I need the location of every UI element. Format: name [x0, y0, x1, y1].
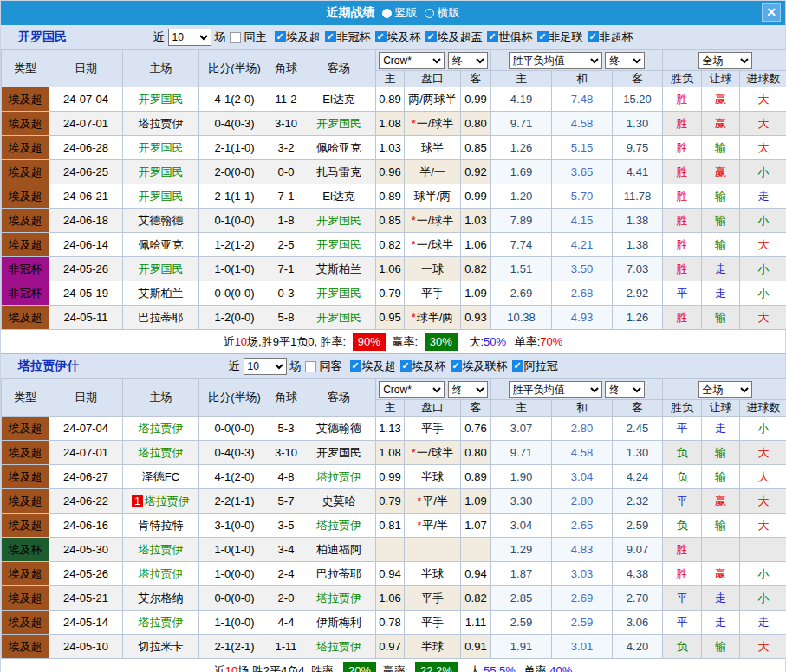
radio-selected-icon[interactable]: [382, 9, 392, 18]
avg-away-odds: 1.30: [613, 441, 663, 465]
goals-result: [740, 538, 786, 562]
checkbox-checked-icon[interactable]: [537, 31, 549, 42]
odds-company-select[interactable]: Crow*: [379, 381, 445, 398]
corner-count: 0-0: [270, 160, 302, 184]
avg-away-odds: 15.20: [613, 87, 663, 112]
league-filter[interactable]: 埃及超盃: [425, 29, 483, 45]
checkbox-checked-icon[interactable]: [451, 360, 462, 372]
col-score: 比分(半场): [199, 50, 270, 87]
col-date: 日期: [49, 379, 123, 417]
col-score: 比分(半场): [199, 379, 270, 417]
recent-count-select[interactable]: 10: [244, 358, 287, 375]
avg-draw-odds: 4.58: [552, 441, 613, 465]
corner-count: 3-10: [270, 441, 302, 465]
league-filter[interactable]: 阿拉冠: [512, 359, 558, 374]
avg-home-odds: 1.29: [491, 538, 552, 562]
star-icon: *: [412, 238, 416, 251]
goals-result: 大: [740, 635, 786, 659]
same-venue-checkbox[interactable]: [230, 32, 241, 43]
handicap: 半球: [405, 465, 461, 489]
league-label: 阿拉冠: [524, 359, 558, 374]
away-team: 塔拉贾伊: [302, 514, 376, 538]
layout-radio-vertical[interactable]: 竖版: [375, 5, 418, 21]
handicap-odds-home: 0.85: [376, 209, 405, 233]
league-filter[interactable]: 非足联: [537, 29, 583, 45]
handicap-result: 输: [702, 184, 740, 209]
handicap-odds-home: 1.13: [376, 417, 405, 441]
avg-time-select[interactable]: 终: [605, 52, 645, 69]
layout-radio-horizontal[interactable]: 横版: [418, 5, 460, 21]
match-result: 负: [663, 441, 702, 465]
match-result: 负: [663, 635, 702, 659]
home-team: 开罗国民: [123, 136, 199, 160]
handicap-result: 赢: [702, 160, 740, 184]
checkbox-checked-icon[interactable]: [325, 31, 336, 42]
avg-home-odds: 4.19: [491, 87, 552, 112]
recent-count-select[interactable]: 10: [168, 29, 211, 46]
score: 1-2(1-2): [199, 233, 270, 257]
odds-time-select[interactable]: 终: [448, 52, 488, 69]
league-filter[interactable]: 埃及联杯: [451, 359, 508, 374]
handicap-result: 走: [702, 586, 740, 611]
score: 1-0(0-0): [199, 562, 270, 586]
odds-company-select[interactable]: Crow*: [379, 52, 445, 69]
avg-away-odds: 1.30: [613, 112, 663, 136]
match-result: 平: [663, 417, 702, 441]
close-button[interactable]: ✕: [762, 3, 781, 22]
match-date: 24-06-28: [49, 136, 123, 160]
checkbox-checked-icon[interactable]: [487, 31, 498, 42]
avg-time-select[interactable]: 终: [605, 381, 645, 398]
checkbox-checked-icon[interactable]: [400, 360, 412, 372]
avg-away-odds: 4.41: [613, 160, 663, 184]
score: 0-0(0-0): [199, 281, 270, 306]
match-result: 胜: [663, 209, 702, 233]
handicap-odds-home: 1.08: [376, 441, 405, 465]
matches-table: 类型 日期 主场 比分(半场) 角球 客场 Crow* 终 胜平负均值 终: [1, 378, 786, 659]
avg-odds-select[interactable]: 胜平负均值: [509, 381, 602, 398]
away-team: 开罗国民: [302, 112, 376, 136]
corner-count: 5-8: [270, 306, 302, 330]
avg-away-odds: 1.38: [613, 233, 663, 257]
league-filter[interactable]: 埃及超: [350, 359, 396, 374]
league-type-badge: 埃及超: [2, 112, 49, 136]
odds-time-select[interactable]: 终: [448, 381, 488, 398]
corner-count: 3-5: [270, 514, 302, 538]
checkbox-checked-icon[interactable]: [350, 360, 361, 372]
avg-odds-select[interactable]: 胜平负均值: [509, 52, 602, 69]
handicap-odds-home: 0.89: [376, 87, 405, 112]
handicap: 一球: [405, 257, 461, 281]
league-type-badge: 埃及超: [2, 514, 49, 538]
away-team: 开罗国民: [302, 233, 376, 257]
league-label: 非超杯: [600, 29, 633, 45]
checkbox-checked-icon[interactable]: [512, 360, 523, 372]
same-venue-checkbox[interactable]: [305, 361, 316, 372]
handicap-result: 输: [702, 209, 740, 233]
away-team: El达克: [302, 87, 376, 112]
match-result: 胜: [663, 257, 702, 281]
corner-count: 1-8: [270, 209, 302, 233]
league-filter[interactable]: 世俱杯: [487, 29, 533, 45]
same-venue-label: 同客: [320, 359, 342, 374]
league-filter[interactable]: 埃及超: [275, 29, 321, 45]
score: 4-1(2-0): [199, 87, 270, 112]
handicap: *一/球半: [405, 233, 461, 257]
league-filter[interactable]: 非超杯: [588, 29, 633, 45]
league-filter[interactable]: 非冠杯: [325, 29, 371, 45]
summary-record: 场,胜2平4负4, 胜率:: [237, 664, 336, 672]
checkbox-checked-icon[interactable]: [375, 31, 387, 42]
avg-draw-odds: 2.68: [552, 281, 613, 306]
avg-away-odds: 2.59: [613, 514, 663, 538]
checkbox-checked-icon[interactable]: [275, 31, 286, 42]
match-row: 埃及超24-06-25开罗国民2-0(0-0)0-0扎马雷克0.96半/一0.9…: [2, 160, 786, 184]
score: 1-0(1-0): [199, 538, 270, 562]
scope-select[interactable]: 全场: [698, 381, 752, 398]
checkbox-checked-icon[interactable]: [588, 31, 599, 42]
league-filter[interactable]: 埃及杯: [375, 29, 421, 45]
handicap-odds-away: 1.07: [461, 514, 491, 538]
radio-unselected-icon[interactable]: [425, 9, 434, 18]
league-filter[interactable]: 埃及杯: [400, 359, 446, 374]
score: 0-0(0-0): [199, 586, 270, 611]
checkbox-checked-icon[interactable]: [425, 31, 437, 42]
scope-select[interactable]: 全场: [698, 52, 752, 69]
corner-count: 4-8: [270, 465, 302, 489]
